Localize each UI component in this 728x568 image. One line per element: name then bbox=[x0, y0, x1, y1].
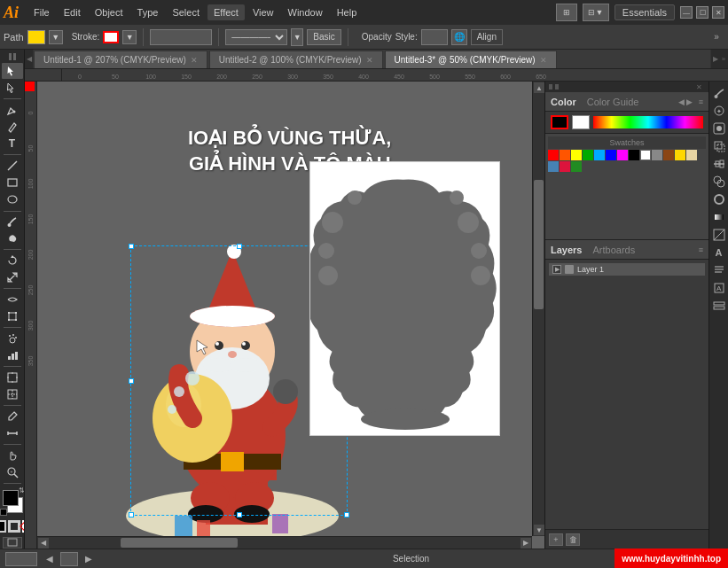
essentials-button[interactable]: Essentials bbox=[614, 4, 675, 20]
stroke-fg-swatch[interactable] bbox=[103, 31, 119, 43]
swatch-crimson[interactable] bbox=[560, 161, 570, 172]
swap-colors-icon[interactable]: ⇅ bbox=[19, 486, 25, 494]
hscroll-left[interactable]: ◀ bbox=[37, 537, 50, 549]
vscroll-thumb[interactable] bbox=[534, 180, 544, 309]
menu-edit[interactable]: Edit bbox=[58, 4, 87, 20]
arrange-button[interactable]: ⊟▼ bbox=[583, 4, 609, 21]
right-icon-char-styles[interactable]: A bbox=[711, 280, 727, 296]
right-icon-brushes[interactable] bbox=[711, 85, 727, 101]
menu-select[interactable]: Select bbox=[166, 4, 206, 20]
swatch-gold[interactable] bbox=[675, 150, 685, 160]
stroke-mode-button[interactable] bbox=[8, 520, 20, 533]
fill-mode-button[interactable] bbox=[0, 520, 6, 533]
swatch-yellow[interactable] bbox=[571, 150, 582, 160]
panel-close-icon[interactable]: ✕ bbox=[693, 82, 705, 92]
align-button[interactable]: Align bbox=[471, 29, 503, 45]
tool-symbol-spray[interactable] bbox=[2, 331, 23, 346]
delete-layer-btn[interactable]: 🗑 bbox=[566, 533, 580, 546]
tool-direct-select[interactable] bbox=[2, 80, 23, 96]
hscroll-right[interactable]: ▶ bbox=[520, 537, 532, 549]
right-icon-pathfinder[interactable] bbox=[711, 174, 727, 190]
tabs-scroll-right[interactable]: ▶ bbox=[710, 50, 719, 68]
menu-effect[interactable]: Effect bbox=[207, 4, 245, 20]
tool-ellipse[interactable] bbox=[2, 191, 23, 207]
artboards-title[interactable]: Artboards bbox=[592, 245, 635, 255]
stroke-type-button[interactable]: ▼ bbox=[122, 30, 137, 44]
toolbar-overflow-button[interactable]: » bbox=[708, 29, 724, 45]
tab-untitled2[interactable]: Untitled-2 @ 100% (CMYK/Preview) ✕ bbox=[209, 51, 383, 68]
default-colors-icon[interactable] bbox=[0, 509, 7, 516]
right-icon-layers[interactable] bbox=[711, 298, 727, 314]
page-number-input[interactable]: 1 bbox=[60, 552, 78, 566]
fill-type-button[interactable]: ▼ bbox=[49, 30, 63, 44]
tool-slice[interactable] bbox=[2, 386, 23, 402]
color-bg-swatch[interactable] bbox=[572, 115, 590, 129]
toolbox-collapse[interactable] bbox=[4, 53, 21, 60]
swatch-white[interactable] bbox=[640, 150, 651, 160]
right-icon-gradient[interactable] bbox=[711, 209, 727, 225]
zoom-input[interactable]: 50% bbox=[5, 552, 37, 566]
menu-view[interactable]: View bbox=[247, 4, 280, 20]
vscroll-up[interactable]: ▲ bbox=[533, 82, 544, 94]
right-icon-transparency[interactable] bbox=[711, 227, 727, 243]
swatch-cyan[interactable] bbox=[594, 150, 605, 160]
brush-select[interactable]: —————— bbox=[225, 29, 287, 45]
nav-next[interactable]: ▶ bbox=[83, 554, 94, 564]
tool-scale[interactable] bbox=[2, 269, 23, 285]
brush-options-button[interactable]: ▼ bbox=[291, 28, 303, 46]
right-icon-char[interactable]: A bbox=[711, 245, 727, 261]
menu-window[interactable]: Window bbox=[282, 4, 329, 20]
panel-collapse-arrows[interactable] bbox=[549, 84, 559, 89]
tool-artboard[interactable] bbox=[2, 370, 23, 385]
tabs-scroll-left[interactable]: ◀ bbox=[25, 50, 34, 68]
menu-type[interactable]: Type bbox=[131, 4, 165, 20]
swatch-forest-green[interactable] bbox=[571, 161, 582, 172]
tool-pencil[interactable] bbox=[2, 119, 23, 135]
swatch-blue[interactable] bbox=[606, 150, 616, 160]
screen-mode-button[interactable] bbox=[3, 537, 22, 549]
layer-item-1[interactable]: ▶ Layer 1 bbox=[549, 263, 705, 276]
swatch-green[interactable] bbox=[583, 150, 593, 160]
swatch-brown[interactable] bbox=[663, 150, 674, 160]
tool-blob[interactable] bbox=[2, 230, 23, 246]
tab2-close[interactable]: ✕ bbox=[366, 56, 373, 65]
style-swatch[interactable] bbox=[421, 29, 448, 45]
menu-help[interactable]: Help bbox=[331, 4, 364, 20]
vscroll-track[interactable] bbox=[533, 94, 544, 524]
stroke-weight-input[interactable] bbox=[150, 29, 212, 45]
doc-type-button[interactable]: ⊞ bbox=[556, 4, 577, 21]
swatch-black[interactable] bbox=[629, 150, 639, 160]
tool-rect[interactable] bbox=[2, 175, 23, 191]
right-icon-align[interactable] bbox=[711, 156, 727, 172]
menu-file[interactable]: File bbox=[27, 4, 56, 20]
new-layer-btn[interactable]: + bbox=[549, 533, 563, 546]
tool-zoom[interactable]: + bbox=[2, 464, 23, 480]
swatch-gray[interactable] bbox=[652, 150, 662, 160]
tool-eyedropper[interactable] bbox=[2, 408, 23, 424]
color-fg-swatch[interactable] bbox=[551, 115, 568, 129]
color-spectrum[interactable] bbox=[593, 116, 703, 128]
tool-warp[interactable] bbox=[2, 292, 23, 307]
color-panel-title[interactable]: Color bbox=[551, 97, 576, 107]
tool-select[interactable] bbox=[2, 63, 23, 79]
tab-untitled3[interactable]: Untitled-3* @ 50% (CMYK/Preview) ✕ bbox=[385, 51, 557, 68]
swatch-steel-blue[interactable] bbox=[548, 161, 559, 172]
right-icon-stroke[interactable] bbox=[711, 191, 727, 207]
nav-prev[interactable]: ◀ bbox=[44, 554, 55, 564]
close-button[interactable]: ✕ bbox=[712, 6, 724, 19]
hscroll-track[interactable] bbox=[50, 537, 520, 549]
maximize-button[interactable]: ☐ bbox=[696, 6, 708, 19]
tab1-close[interactable]: ✕ bbox=[191, 56, 198, 65]
panel-collapse-btn[interactable]: » bbox=[719, 50, 728, 68]
tool-hand[interactable] bbox=[2, 447, 23, 463]
tool-line[interactable] bbox=[2, 158, 23, 174]
swatch-magenta[interactable] bbox=[617, 150, 628, 160]
tab3-close[interactable]: ✕ bbox=[540, 56, 547, 65]
tab-untitled1[interactable]: Untitled-1 @ 207% (CMYK/Preview) ✕ bbox=[34, 51, 207, 68]
foreground-color-swatch[interactable] bbox=[3, 490, 19, 506]
hscroll-thumb[interactable] bbox=[121, 538, 239, 548]
right-icon-appearance[interactable] bbox=[711, 121, 727, 136]
swatch-red[interactable] bbox=[548, 150, 559, 160]
fill-swatch[interactable] bbox=[27, 30, 45, 44]
tool-paintbrush[interactable] bbox=[2, 214, 23, 230]
